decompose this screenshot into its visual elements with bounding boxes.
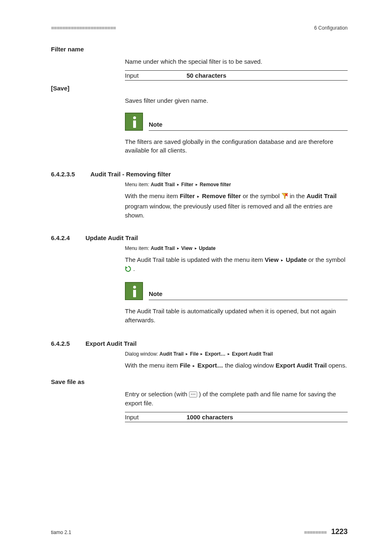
heading-save-file-as: Save file as <box>51 378 85 385</box>
text: program window, the previously used filt… <box>125 203 332 219</box>
header-marks: ■■■■■■■■■■■■■■■■■■■■■■■ <box>51 25 116 31</box>
breadcrumb-sep-icon: ▸ <box>196 194 200 199</box>
save-file-as-body: Entry or selection (with ⋯ ) of the comp… <box>125 390 348 408</box>
menu-path-update: Menu item: Audit Trail ▸ View ▸ Update <box>125 245 348 251</box>
header-section: 6 Configuration <box>314 25 348 31</box>
breadcrumb-sep-icon: ▸ <box>176 246 180 250</box>
note-box-save: Note The filters are saved globally in t… <box>125 113 348 155</box>
heading-title: Update Audit Trail <box>85 234 138 241</box>
menu-item: Update <box>199 245 216 251</box>
note-body: The filters are saved globally in the co… <box>125 137 348 155</box>
text-bold: View <box>265 256 279 263</box>
dialog-prefix: Dialog window: <box>125 351 159 357</box>
text-bold: Remove filter <box>202 192 241 199</box>
breadcrumb-sep-icon: ▸ <box>195 182 198 187</box>
breadcrumb-sep-icon: ▸ <box>176 182 180 187</box>
menu-item: Export… <box>205 351 226 357</box>
text-bold: Export Audit Trail <box>276 362 327 369</box>
heading-export-audit: 6.4.2.5 Export Audit Trail <box>51 340 348 347</box>
input-value: 50 characters <box>187 72 226 79</box>
text: or the symbol <box>243 192 281 199</box>
remove-filter-icon <box>281 193 288 202</box>
menu-prefix: Menu item: <box>125 245 151 251</box>
heading-title: Audit Trail - Removing filter <box>90 171 171 178</box>
remove-filter-body: With the menu item Filter ▸ Remove filte… <box>125 192 348 220</box>
menu-item: Remove filter <box>200 182 231 187</box>
input-value: 1000 characters <box>187 414 233 421</box>
note-body: The Audit Trail table is automatically u… <box>125 307 348 325</box>
menu-prefix: Menu item: <box>125 182 151 187</box>
heading-number: 6.4.2.4 <box>51 234 85 241</box>
menu-path-remove-filter: Menu item: Audit Trail ▸ Filter ▸ Remove… <box>125 182 348 187</box>
menu-item: Filter <box>181 182 193 187</box>
info-icon <box>125 113 143 131</box>
text: in the <box>290 192 307 199</box>
text: or the symbol <box>308 256 345 263</box>
heading-save: [Save] <box>51 85 69 92</box>
save-file-input-spec: Input 1000 characters <box>125 412 348 422</box>
heading-update-audit: 6.4.2.4 Update Audit Trail <box>51 234 348 241</box>
heading-title: Export Audit Trail <box>85 340 136 347</box>
menu-item: Audit Trail <box>159 351 184 357</box>
info-icon <box>125 282 143 300</box>
text: With the menu item <box>125 192 180 199</box>
text-bold: Update <box>286 256 307 263</box>
footer-product: tiamo 2.1 <box>51 530 71 535</box>
breadcrumb-sep-icon: ▸ <box>192 363 196 368</box>
breadcrumb-sep-icon: ▸ <box>280 258 284 262</box>
menu-item: File <box>190 351 198 357</box>
heading-filter-name: Filter name <box>51 46 84 53</box>
breadcrumb-sep-icon: ▸ <box>185 352 189 356</box>
note-title: Note <box>149 121 162 128</box>
text: With the menu item <box>125 362 180 369</box>
text-bold: Export… <box>198 362 224 369</box>
note-box-update: Note The Audit Trail table is automatica… <box>125 282 348 325</box>
filter-name-desc: Name under which the special filter is t… <box>125 57 348 66</box>
text-bold: Audit Trail <box>307 192 337 199</box>
text: opens. <box>328 362 347 369</box>
refresh-icon <box>125 266 131 275</box>
text-bold: File <box>180 362 190 369</box>
browse-ellipsis-icon: ⋯ <box>189 391 197 398</box>
text: The Audit Trail table is updated with th… <box>125 256 265 263</box>
menu-item: Audit Trail <box>151 245 175 251</box>
breadcrumb-sep-icon: ▸ <box>194 246 198 250</box>
filter-name-input-spec: Input 50 characters <box>125 70 348 81</box>
heading-number: 6.4.2.3.5 <box>51 171 90 178</box>
menu-item: Audit Trail <box>151 182 175 187</box>
page-number: 1223 <box>331 527 348 536</box>
footer-marks: ■■■■■■■■ <box>304 529 327 535</box>
menu-item: Export Audit Trail <box>232 351 273 357</box>
note-title: Note <box>149 290 162 297</box>
breadcrumb-sep-icon: ▸ <box>227 352 231 356</box>
menu-item: View <box>181 245 192 251</box>
export-body: With the menu item File ▸ Export… the di… <box>125 361 348 370</box>
breadcrumb-sep-icon: ▸ <box>200 352 203 356</box>
dialog-path-export: Dialog window: Audit Trail ▸ File ▸ Expo… <box>125 351 348 357</box>
input-label: Input <box>125 414 187 421</box>
text: . <box>133 265 135 272</box>
save-desc: Saves filter under given name. <box>125 96 348 105</box>
heading-remove-filter: 6.4.2.3.5 Audit Trail - Removing filter <box>51 171 348 178</box>
text-bold: Filter <box>180 192 195 199</box>
input-label: Input <box>125 72 187 79</box>
heading-number: 6.4.2.5 <box>51 340 85 347</box>
update-body: The Audit Trail table is updated with th… <box>125 255 348 275</box>
text: the dialog window <box>225 362 275 369</box>
text: Entry or selection (with <box>125 391 189 398</box>
